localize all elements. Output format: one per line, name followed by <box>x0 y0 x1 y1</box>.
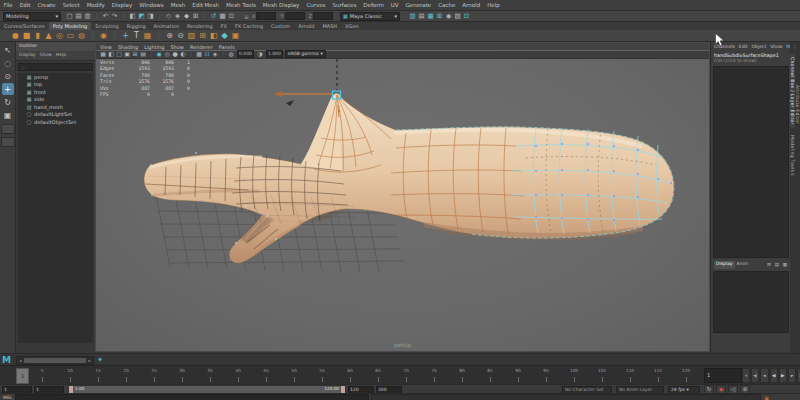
poly-torus-icon[interactable]: ◎ <box>54 30 65 41</box>
shelf-tab[interactable]: FX Caching <box>231 22 267 30</box>
outliner-item[interactable]: ▢ defaultObjectSet <box>18 118 93 126</box>
shelf-tab[interactable]: Curves/Surfaces <box>0 22 49 30</box>
channel-box-menu-item[interactable]: Show <box>770 44 782 50</box>
menu-item[interactable]: Help <box>484 2 504 8</box>
panel-menu-item[interactable]: Lighting <box>144 44 164 49</box>
outliner-menu-item[interactable]: Help <box>56 52 66 59</box>
redo-icon[interactable]: ↷ <box>110 12 119 20</box>
resolution-gate-icon[interactable]: ▣ <box>123 50 131 58</box>
undo-icon[interactable]: ↶ <box>101 12 110 20</box>
shelf-tab[interactable]: Sculpting <box>91 22 122 30</box>
separate-icon[interactable]: ⊖ <box>175 30 186 41</box>
shelf-tab[interactable]: XGen <box>341 22 363 30</box>
camera-attributes-icon[interactable]: ▦ <box>99 50 107 58</box>
film-gate-icon[interactable]: ▢ <box>115 50 123 58</box>
smooth-icon[interactable]: ▨ <box>186 30 197 41</box>
select-component-icon[interactable]: ◨ <box>146 12 155 20</box>
layer-list-area[interactable] <box>713 271 789 333</box>
xgen-toggle-icon[interactable]: ▧ <box>453 12 462 20</box>
platonic-solid-icon[interactable]: ◉ <box>98 30 109 41</box>
command-input[interactable] <box>15 394 369 400</box>
manipulator-x-arrow[interactable] <box>274 91 282 97</box>
poly-cylinder-icon[interactable]: ▮ <box>32 30 43 41</box>
panel-menu-item[interactable]: View <box>100 44 112 49</box>
menu-item[interactable]: Modify <box>83 2 108 8</box>
paint-select-tool[interactable]: ⊙ <box>2 70 14 82</box>
panel-menu-item[interactable]: Renderer <box>190 44 213 49</box>
range-start-handle[interactable] <box>69 386 73 393</box>
menu-item[interactable]: Curves <box>303 2 329 8</box>
coord-input[interactable] <box>256 12 276 20</box>
channel-values-area[interactable] <box>713 66 789 258</box>
menu-item[interactable]: Deform <box>360 2 387 8</box>
arnold-toggle-icon[interactable]: ⊡ <box>462 12 471 20</box>
menu-item[interactable]: Display <box>108 2 135 8</box>
tool-settings-toggle-icon[interactable]: ▤ <box>417 12 426 20</box>
menu-item[interactable]: Edit <box>16 2 34 8</box>
sidebar-vertical-tab[interactable]: Attribute Editor <box>795 82 800 127</box>
cv-hint-text[interactable]: CVs (click to show) <box>711 58 791 65</box>
channel-box-menu-item[interactable]: Object <box>752 44 767 50</box>
menu-item[interactable]: Generate <box>402 2 435 8</box>
mel-toggle-button[interactable]: MEL <box>0 395 15 400</box>
scroll-right-icon[interactable]: ▸ <box>86 358 93 363</box>
extrude-icon[interactable]: ⊞ <box>197 30 208 41</box>
go-to-start-button[interactable]: « <box>742 368 750 383</box>
channel-box-toggle-icon[interactable]: ▦ <box>426 12 435 20</box>
poly-plane-icon[interactable]: ▭ <box>65 30 76 41</box>
menu-item[interactable]: Arnold <box>459 2 484 8</box>
channel-box-menu-item[interactable]: Edit <box>739 44 748 50</box>
shelf-tab[interactable]: Rigging <box>123 22 150 30</box>
open-scene-icon[interactable]: ▤ <box>74 12 83 20</box>
menu-item[interactable]: Surfaces <box>329 2 360 8</box>
new-layer-from-selected-icon[interactable]: ▤ <box>774 261 780 269</box>
snap-curve-icon[interactable]: ◈ <box>173 12 182 20</box>
hand-model[interactable] <box>144 93 674 263</box>
use-all-lights-icon[interactable]: ◐ <box>179 50 187 58</box>
step-back-key-button[interactable]: ◂ <box>760 368 768 383</box>
workspace-selector[interactable]: ▦ Maya Classic ▾ <box>340 12 400 21</box>
layer-options-icon[interactable]: ▦ <box>782 261 788 269</box>
construction-history-icon[interactable]: ↺ <box>209 12 218 20</box>
poly-cube-icon[interactable]: ■ <box>21 30 32 41</box>
exposure-icon[interactable]: ◍ <box>227 50 235 58</box>
svg-tool-icon[interactable]: ▦ <box>142 30 153 41</box>
outliner-menu-item[interactable]: Show <box>40 52 52 59</box>
layer-editor-tab[interactable]: Display <box>714 261 735 269</box>
menu-item[interactable]: Select <box>59 2 83 8</box>
current-time-field[interactable]: 1 <box>704 368 742 383</box>
menu-item[interactable]: Mesh Tools <box>223 2 260 8</box>
render-settings-icon[interactable]: ⊡ <box>227 12 236 20</box>
outliner-menu-item[interactable]: Display <box>19 52 36 59</box>
poly-cone-icon[interactable]: ▲ <box>43 30 54 41</box>
step-back-frame-button[interactable]: ◂| <box>751 368 759 383</box>
outliner-horizontal-scrollbar[interactable]: ◂ ▸ <box>16 356 94 365</box>
modeling-toolkit-toggle-icon[interactable]: ⊞ <box>435 12 444 20</box>
scroll-left-icon[interactable]: ◂ <box>17 358 24 363</box>
snap-point-icon[interactable]: ◆ <box>182 12 191 20</box>
menu-item[interactable]: Windows <box>136 2 168 8</box>
field-chart-icon[interactable]: ▤ <box>139 50 147 58</box>
gamma-field[interactable]: 1.000 <box>266 50 283 58</box>
timeline-ticks[interactable]: 5 10 15 20 25 30 <box>28 367 700 383</box>
selected-vertex[interactable] <box>336 95 339 98</box>
menu-item[interactable]: Edit Mesh <box>189 2 223 8</box>
menu-item[interactable]: UV <box>387 2 402 8</box>
bridge-icon[interactable]: ◆ <box>219 30 230 41</box>
new-empty-layer-icon[interactable]: ⊞ <box>766 261 772 269</box>
lasso-select-tool[interactable]: ◌ <box>2 57 14 69</box>
snap-grid-icon[interactable]: ◇ <box>164 12 173 20</box>
snap-plane-icon[interactable]: ⊞ <box>191 12 200 20</box>
step-forward-key-button[interactable]: ▸ <box>788 368 796 383</box>
menu-item[interactable]: Mesh <box>167 2 188 8</box>
combine-icon[interactable]: ⊕ <box>164 30 175 41</box>
motion-blur-icon[interactable]: ◈ <box>211 50 219 58</box>
select-hierarchy-icon[interactable]: ◧ <box>128 12 137 20</box>
time-slider[interactable]: 1 5 10 15 20 25 <box>0 365 800 385</box>
new-scene-icon[interactable]: ▢ <box>65 12 74 20</box>
play-forwards-button[interactable]: ▶ <box>779 368 787 383</box>
poly-disc-icon[interactable]: ◍ <box>76 30 87 41</box>
menu-item[interactable]: Create <box>34 2 59 8</box>
screen-space-ao-icon[interactable]: ⊡ <box>203 50 211 58</box>
shelf-tab[interactable]: MASH <box>318 22 341 30</box>
